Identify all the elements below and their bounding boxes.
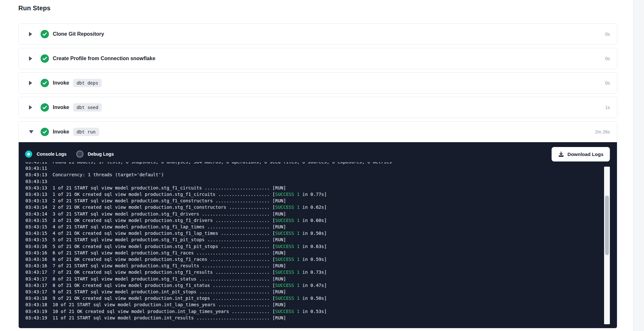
check-circle-icon — [41, 54, 49, 63]
radio-debug-logs-label: Debug Logs — [88, 152, 114, 157]
log-timestamp: 03:43:11 — [25, 166, 47, 171]
log-success-status: SUCCESS 1 — [275, 218, 299, 223]
log-timestamp: 03:43:14 — [25, 211, 47, 216]
log-line: 03:43:16 5 of 21 OK created sql view mod… — [25, 243, 603, 250]
radio-unselected-icon[interactable] — [76, 151, 83, 158]
check-circle-icon — [41, 128, 49, 136]
log-success-status: SUCCESS 1 — [275, 296, 299, 301]
chevron-down-icon[interactable] — [29, 130, 33, 133]
log-line: 03:43:17 8 of 21 OK created sql view mod… — [25, 282, 603, 289]
log-line: 03:43:11 — [25, 165, 603, 171]
radio-console-logs-label: Console Logs — [37, 152, 67, 157]
log-timestamp: 03:43:17 — [25, 276, 47, 281]
step-command-badge: dbt deps — [73, 79, 102, 87]
check-circle-icon — [41, 79, 49, 87]
step-duration: 0s — [605, 56, 610, 61]
log-timestamp: 03:43:16 — [25, 257, 47, 262]
chevron-right-icon[interactable] — [29, 32, 33, 36]
log-viewport[interactable]: 03:43:11 Found 21 models, 17 tests, 0 sn… — [25, 162, 603, 324]
log-success-status: SUCCESS 1 — [275, 270, 299, 275]
log-line: 03:43:17 8 of 21 START sql view model pr… — [25, 276, 603, 282]
download-icon — [558, 151, 564, 157]
chevron-right-icon[interactable] — [29, 105, 33, 110]
log-timestamp: 03:43:13 — [25, 192, 47, 197]
log-line: 03:43:15 4 of 21 START sql view model pr… — [25, 224, 603, 230]
log-success-status: SUCCESS 1 — [275, 244, 299, 249]
log-scrollbar[interactable] — [604, 167, 610, 324]
log-timestamp: 03:43:19 — [25, 315, 47, 320]
log-timestamp: 03:43:16 — [25, 263, 47, 268]
log-line: 03:43:11 Found 21 models, 17 tests, 0 sn… — [25, 162, 603, 165]
log-line: 03:43:16 7 of 21 START sql view model pr… — [25, 262, 603, 269]
log-success-status: SUCCESS 1 — [275, 231, 299, 236]
radio-selected-icon[interactable] — [25, 151, 32, 158]
log-timestamp: 03:43:13 — [25, 185, 47, 190]
log-line: 03:43:14 3 of 21 START sql view model pr… — [25, 211, 603, 217]
log-scrollbar-thumb[interactable] — [605, 196, 609, 255]
log-line: 03:43:13 2 of 21 START sql view model pr… — [25, 198, 603, 204]
log-timestamp: 03:43:17 — [25, 283, 47, 288]
log-type-radio-group: Console Logs Debug Logs — [25, 151, 114, 158]
log-timestamp: 03:43:15 — [25, 231, 47, 236]
step-duration: 1s — [605, 105, 610, 110]
log-timestamp: 03:43:16 — [25, 250, 47, 255]
log-timestamp: 03:43:14 — [25, 205, 47, 210]
step-label: Invoke — [53, 105, 69, 110]
log-timestamp: 03:43:15 — [25, 237, 47, 242]
log-timestamp: 03:43:17 — [25, 270, 47, 275]
run-steps-section: Run Steps Clone Git Repository 0s — [18, 5, 617, 331]
log-timestamp: 03:43:18 — [25, 302, 47, 307]
step-row[interactable]: Invoke dbt seed 1s — [19, 97, 617, 118]
step-row[interactable]: Create Profile from Connection snowflake… — [19, 48, 617, 69]
page-title: Run Steps — [18, 5, 617, 12]
log-line: 03:43:16 6 of 21 START sql view model pr… — [25, 250, 603, 256]
log-line: 03:43:19 11 of 21 START sql view model p… — [25, 315, 603, 321]
check-circle-icon — [41, 103, 49, 112]
log-timestamp: 03:43:19 — [25, 309, 47, 314]
log-line: 03:43:15 4 of 21 OK created sql view mod… — [25, 230, 603, 236]
step-label: Invoke — [53, 80, 69, 86]
page-right-gutter — [633, 0, 644, 331]
step-row[interactable]: Invoke dbt run 2m 26s — [19, 122, 617, 142]
log-timestamp: 03:43:13 — [25, 172, 47, 177]
log-line: 03:43:13 Concurrency: 1 threads (target=… — [25, 171, 603, 178]
step-duration: 0s — [605, 80, 610, 86]
log-timestamp: 03:43:15 — [25, 224, 47, 229]
step-card: Invoke dbt seed 1s — [18, 97, 617, 118]
step-command-badge: dbt seed — [73, 103, 102, 112]
log-timestamp: 03:43:15 — [25, 218, 47, 223]
step-card: Invoke dbt deps 0s — [18, 72, 617, 94]
log-line: 03:43:16 6 of 21 OK created sql view mod… — [25, 256, 603, 262]
log-timestamp: 03:43:11 — [25, 162, 47, 164]
step-row[interactable]: Invoke dbt deps 0s — [19, 73, 617, 93]
log-timestamp: 03:43:18 — [25, 296, 47, 301]
chevron-right-icon[interactable] — [29, 56, 33, 61]
log-line: 03:43:18 10 of 21 START sql view model p… — [25, 301, 603, 308]
step-duration: 0s — [605, 32, 610, 37]
chevron-right-icon[interactable] — [29, 81, 33, 85]
download-logs-button[interactable]: Download Logs — [552, 147, 610, 161]
log-line: 03:43:13 1 of 21 OK created sql view mod… — [25, 191, 603, 198]
log-success-status: SUCCESS 1 — [275, 192, 299, 197]
log-timestamp: 03:43:13 — [25, 179, 47, 184]
log-success-status: SUCCESS 1 — [275, 205, 299, 210]
log-line: 03:43:19 10 of 21 OK created sql view mo… — [25, 308, 603, 315]
download-logs-label: Download Logs — [567, 152, 603, 157]
step-card: Invoke dbt run 2m 26s Console Logs Debug… — [18, 121, 617, 328]
step-label: Invoke — [53, 129, 69, 135]
log-success-status: SUCCESS 1 — [275, 257, 299, 262]
radio-debug-logs[interactable]: Debug Logs — [76, 151, 114, 158]
log-line: 03:43:18 9 of 21 OK created sql view mod… — [25, 295, 603, 301]
step-command-badge: dbt run — [73, 128, 99, 136]
step-card: Create Profile from Connection snowflake… — [18, 48, 617, 69]
log-line: 03:43:13 1 of 21 START sql view model pr… — [25, 185, 603, 191]
step-label: Create Profile from Connection snowflake — [53, 56, 155, 61]
console-log-panel: Console Logs Debug Logs Download Logs 03… — [19, 142, 617, 328]
step-label: Clone Git Repository — [53, 31, 104, 37]
log-timestamp: 03:43:17 — [25, 289, 47, 294]
step-row[interactable]: Clone Git Repository 0s — [19, 24, 617, 44]
step-card: Clone Git Repository 0s — [18, 23, 617, 45]
log-line: 03:43:17 9 of 21 START sql view model pr… — [25, 289, 603, 295]
log-line: 03:43:15 5 of 21 START sql view model pr… — [25, 236, 603, 243]
radio-console-logs[interactable]: Console Logs — [25, 151, 67, 158]
